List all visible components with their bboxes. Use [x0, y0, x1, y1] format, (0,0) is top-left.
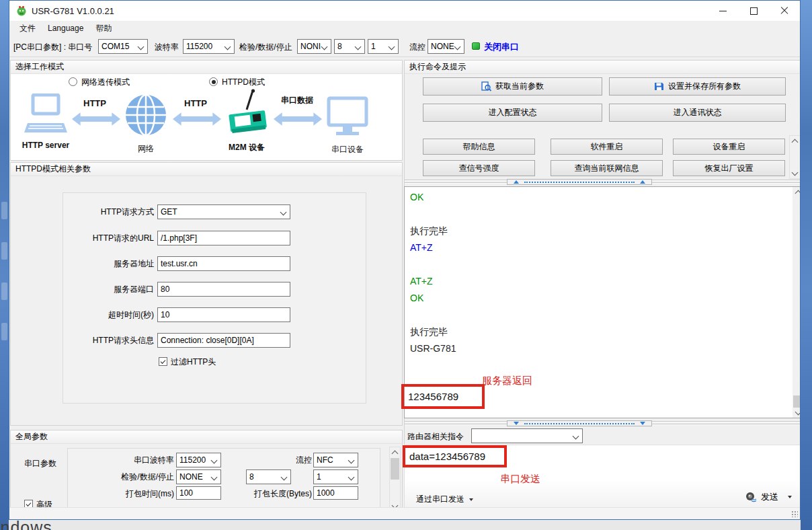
stopbits-select[interactable]: 1	[368, 39, 399, 54]
help-info-button[interactable]: 帮助信息	[423, 139, 535, 155]
collapse-up-icon[interactable]	[514, 180, 519, 184]
soft-restart-button[interactable]: 软件重启	[551, 139, 663, 155]
collapse-down-icon[interactable]	[640, 422, 645, 425]
flow-label: 流控	[409, 42, 425, 53]
chevron-down-icon	[281, 474, 288, 481]
flow-select[interactable]: NONE	[428, 39, 464, 54]
node-serial-dev-label: 串口设备	[327, 144, 368, 155]
chevron-down-icon	[348, 457, 355, 464]
pack-time-input[interactable]	[176, 486, 221, 500]
desktop-left-strip	[0, 0, 9, 530]
g-baud-label: 串口波特率	[107, 455, 174, 466]
pack-len-input[interactable]	[313, 486, 358, 500]
node-m2m-label: M2M 设备	[219, 142, 274, 153]
log-line: 执行完毕	[405, 223, 801, 239]
global-scrollbar[interactable]	[389, 447, 401, 512]
via-serial-label: 通过串口发送	[416, 494, 464, 505]
menu-bar: 文件 Language 帮助	[9, 21, 800, 36]
m2m-device-icon	[226, 88, 272, 138]
enter-config-button[interactable]: 进入配置状态	[423, 104, 602, 122]
screen: indows USR-G781 V1.0.0.21 文件 Language 帮助	[0, 0, 812, 530]
http-header-label: HTTP请求头信息	[50, 335, 154, 346]
log-line: AT+Z	[405, 239, 801, 256]
log-line: USR-G781	[405, 340, 801, 357]
log-line	[405, 256, 801, 273]
send-button-label: 发送	[761, 491, 778, 503]
speaker-icon	[745, 492, 757, 502]
chevron-down-icon	[280, 209, 287, 216]
log-splitter-top[interactable]	[405, 179, 800, 185]
menu-file[interactable]: 文件	[13, 22, 42, 36]
com-port-select[interactable]: COM15	[98, 39, 148, 54]
chevron-down-icon	[573, 433, 579, 440]
collapse-down-icon[interactable]	[514, 422, 519, 425]
node-http-server-label: HTTP server	[15, 141, 77, 150]
chevron-down-icon	[225, 44, 231, 50]
via-serial-dropdown[interactable]: 通过串口发送	[416, 494, 473, 505]
title-bar[interactable]: USR-G781 V1.0.0.21	[9, 1, 800, 21]
g-parity-select[interactable]: NONE	[176, 469, 221, 484]
server-addr-input[interactable]	[157, 256, 290, 271]
server-return-annotation-box: 123456789	[401, 384, 485, 409]
httpd-inner-panel	[63, 192, 366, 404]
node-network-label: 网络	[125, 143, 167, 155]
menu-help[interactable]: 帮助	[89, 22, 118, 36]
pack-len-label: 打包长度(Bytes)	[246, 488, 312, 500]
network-info-button[interactable]: 查询当前联网信息	[551, 160, 663, 176]
command-scrollbar[interactable]	[789, 135, 801, 179]
g-stopbits-select[interactable]: 1	[313, 469, 358, 484]
log-scrollbar[interactable]	[793, 187, 801, 418]
radio-transparent-label: 网络透传模式	[81, 77, 130, 88]
factory-reset-button[interactable]: 恢复出厂设置	[673, 160, 785, 176]
minimize-button[interactable]	[707, 1, 738, 21]
save-params-button[interactable]: 设置并保存所有参数	[609, 77, 786, 96]
log-splitter-bottom[interactable]	[405, 420, 800, 426]
filter-http-checkbox[interactable]	[159, 357, 167, 366]
send-button[interactable]: 发送	[745, 491, 792, 503]
baud-select[interactable]: 115200	[183, 39, 235, 54]
router-cmd-label: 路由器相关指令	[407, 431, 464, 443]
http-header-input[interactable]	[157, 333, 290, 348]
log-line: OK	[405, 189, 801, 206]
baud-label: 波特率	[155, 42, 179, 53]
http-url-input[interactable]	[157, 231, 290, 245]
scroll-down-icon[interactable]	[790, 168, 800, 178]
scroll-down-icon[interactable]	[793, 408, 801, 418]
maximize-button[interactable]	[738, 1, 769, 21]
g-databits-select[interactable]: 8	[246, 469, 291, 484]
close-button[interactable]	[769, 1, 800, 21]
server-return-value: 123456789	[408, 391, 458, 402]
router-cmd-select[interactable]	[471, 428, 583, 443]
radio-httpd-mode[interactable]	[209, 77, 218, 86]
menu-language[interactable]: Language	[42, 22, 89, 34]
double-arrow-icon	[71, 111, 121, 127]
device-restart-button[interactable]: 设备重启	[673, 139, 785, 155]
close-port-button[interactable]: 关闭串口	[484, 41, 519, 53]
radio-transparent-mode[interactable]	[69, 77, 77, 86]
scroll-up-icon[interactable]	[390, 447, 400, 457]
save-params-label: 设置并保存所有参数	[668, 81, 741, 92]
signal-strength-button[interactable]: 查信号强度	[423, 160, 535, 176]
server-port-input[interactable]	[157, 282, 290, 297]
timeout-input[interactable]	[157, 307, 290, 322]
scroll-up-icon[interactable]	[790, 136, 800, 146]
scroll-up-icon[interactable]	[793, 187, 801, 197]
resize-grip[interactable]	[790, 510, 798, 517]
link-http2-label: HTTP	[175, 98, 216, 108]
enter-comm-button[interactable]: 进入通讯状态	[609, 104, 786, 122]
http-method-select[interactable]: GET	[157, 204, 290, 219]
double-arrow-icon	[172, 111, 222, 127]
collapse-up-icon[interactable]	[640, 180, 645, 184]
chevron-down-icon	[321, 44, 328, 50]
chevron-down-icon	[138, 44, 145, 50]
g-baud-select[interactable]: 115200	[176, 453, 221, 467]
dropdown-arrow-icon	[788, 496, 792, 498]
server-return-note: 服务器返回	[482, 375, 532, 387]
databits-select[interactable]: 8	[334, 39, 365, 54]
get-params-button[interactable]: 获取当前参数	[423, 77, 602, 96]
g-flow-select[interactable]: NFC	[313, 453, 358, 467]
parity-select[interactable]: NONI	[297, 39, 331, 54]
save-floppy-icon	[654, 81, 664, 91]
radio-httpd-label: HTTPD模式	[222, 77, 265, 88]
send-data-value: data=123456789	[409, 451, 485, 462]
